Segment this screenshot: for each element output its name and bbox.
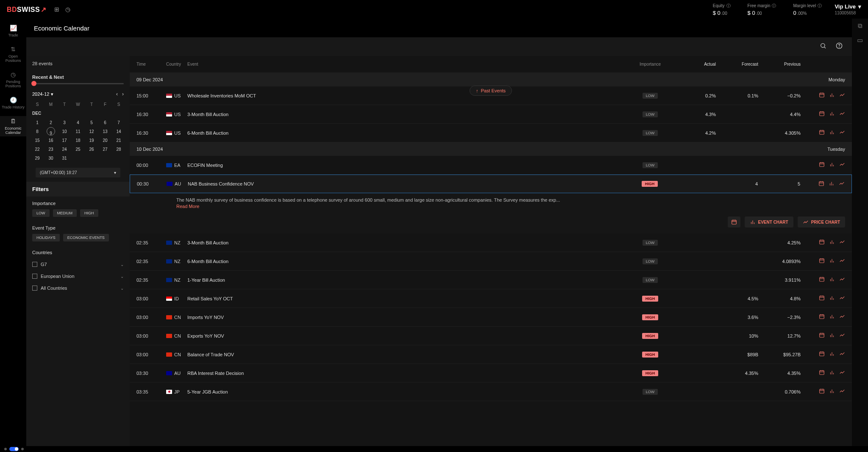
- price-chart-button[interactable]: PRICE CHART: [798, 216, 845, 227]
- row-calendar-icon[interactable]: [819, 111, 825, 118]
- nav-trade[interactable]: 📈Trade: [0, 23, 26, 39]
- add-to-calendar-button[interactable]: [728, 216, 740, 227]
- event-chart-button[interactable]: EVENT CHART: [745, 216, 793, 227]
- row-price-chart-icon[interactable]: [839, 295, 845, 302]
- row-event-chart-icon[interactable]: [829, 92, 835, 99]
- calendar-day[interactable]: 30: [44, 154, 58, 163]
- checkbox[interactable]: [32, 274, 37, 279]
- row-price-chart-icon[interactable]: [839, 313, 845, 321]
- nav-trade-history[interactable]: 🕘Trade History: [0, 95, 26, 111]
- event-row[interactable]: 02:35NZ6-Month Bill AuctionLOW4.0893%: [130, 252, 852, 271]
- calendar-day[interactable]: 18: [71, 136, 85, 145]
- row-event-chart-icon[interactable]: [829, 351, 835, 358]
- row-calendar-icon[interactable]: [819, 129, 825, 136]
- calendar-day[interactable]: 25: [71, 145, 85, 154]
- event-row[interactable]: 03:00CNBalance of Trade NOVHIGH$89B$95.2…: [130, 345, 852, 364]
- row-price-chart-icon[interactable]: [839, 161, 845, 169]
- nav-open-positions[interactable]: ⇅Open Positions: [0, 44, 26, 64]
- importance-chip[interactable]: MEDIUM: [53, 209, 77, 217]
- row-price-chart-icon[interactable]: [839, 92, 845, 99]
- checkbox[interactable]: [32, 286, 37, 291]
- event-row[interactable]: 03:35JP5-Year JGB AuctionLOW0.706%: [130, 383, 852, 401]
- row-event-chart-icon[interactable]: [829, 295, 835, 302]
- row-price-chart-icon[interactable]: [839, 111, 845, 118]
- row-event-chart-icon[interactable]: [829, 313, 835, 321]
- nav-economic-calendar[interactable]: 🗓Economic Calendar: [0, 116, 26, 136]
- row-calendar-icon[interactable]: [819, 92, 825, 99]
- row-price-chart-icon[interactable]: [839, 369, 845, 377]
- importance-chip[interactable]: LOW: [32, 209, 50, 217]
- row-calendar-icon[interactable]: [819, 239, 825, 246]
- row-price-chart-icon[interactable]: [839, 388, 845, 395]
- event-type-chip[interactable]: HOLIDAYS: [32, 234, 60, 241]
- row-calendar-icon[interactable]: [819, 295, 825, 302]
- brand-logo[interactable]: BDSWISS↗: [7, 6, 47, 14]
- help-icon[interactable]: ⓘ: [726, 3, 731, 9]
- event-type-chip[interactable]: ECONOMIC EVENTS: [63, 234, 109, 241]
- row-price-chart-icon[interactable]: [839, 180, 845, 188]
- calendar-day[interactable]: 19: [85, 136, 98, 145]
- calendar-day[interactable]: 23: [44, 145, 58, 154]
- country-filter-row[interactable]: European Union⌄: [32, 270, 124, 282]
- row-calendar-icon[interactable]: [819, 276, 825, 283]
- help-icon[interactable]: ⓘ: [818, 3, 822, 9]
- row-calendar-icon[interactable]: [819, 369, 825, 377]
- row-price-chart-icon[interactable]: [839, 129, 845, 136]
- country-filter-row[interactable]: All Countries⌄: [32, 282, 124, 294]
- country-filter-row[interactable]: G7⌄: [32, 258, 124, 270]
- event-row[interactable]: 03:00CNImports YoY NOVHIGH3.6%−2.3%: [130, 308, 852, 327]
- calendar-day[interactable]: 8: [31, 127, 44, 136]
- read-more-link[interactable]: Read More: [176, 204, 845, 209]
- row-price-chart-icon[interactable]: [839, 276, 845, 283]
- row-event-chart-icon[interactable]: [829, 332, 835, 339]
- importance-chip[interactable]: HIGH: [80, 209, 98, 217]
- checkbox[interactable]: [32, 262, 37, 267]
- calendar-day[interactable]: 13: [98, 127, 112, 136]
- calendar-day[interactable]: 31: [58, 154, 71, 163]
- calendar-day[interactable]: 28: [112, 145, 125, 154]
- row-calendar-icon[interactable]: [819, 388, 825, 395]
- calendar-day[interactable]: 21: [112, 136, 125, 145]
- row-event-chart-icon[interactable]: [829, 369, 835, 377]
- calendar-day[interactable]: 16: [44, 136, 58, 145]
- calendar-day[interactable]: 5: [85, 118, 98, 127]
- row-event-chart-icon[interactable]: [829, 161, 835, 169]
- row-price-chart-icon[interactable]: [839, 239, 845, 246]
- event-row[interactable]: 16:30US3-Month Bill AuctionLOW4.3%4.4%: [130, 105, 852, 124]
- calendar-prev[interactable]: ‹: [116, 91, 118, 97]
- row-event-chart-icon[interactable]: [829, 180, 835, 188]
- row-calendar-icon[interactable]: [819, 351, 825, 358]
- apps-icon[interactable]: ⊞: [54, 6, 59, 13]
- row-event-chart-icon[interactable]: [829, 239, 835, 246]
- event-row[interactable]: 03:00CNExports YoY NOVHIGH10%12.7%: [130, 327, 852, 345]
- row-price-chart-icon[interactable]: [839, 258, 845, 265]
- calendar-day[interactable]: 11: [71, 127, 85, 136]
- calendar-day[interactable]: 9: [47, 127, 55, 136]
- event-row[interactable]: 16:30US6-Month Bill AuctionLOW4.2%4.305%: [130, 124, 852, 142]
- event-row[interactable]: 00:30AUNAB Business Confidence NOVHIGH45: [130, 175, 852, 193]
- row-event-chart-icon[interactable]: [829, 129, 835, 136]
- row-price-chart-icon[interactable]: [839, 351, 845, 358]
- footer-toggle[interactable]: [9, 447, 19, 451]
- past-events-button[interactable]: ↑Past Events: [470, 86, 512, 96]
- calendar-day[interactable]: 15: [31, 136, 44, 145]
- search-icon[interactable]: [820, 42, 826, 51]
- event-row[interactable]: 02:35NZ3-Month Bill AuctionLOW4.25%: [130, 233, 852, 252]
- calendar-day[interactable]: 12: [85, 127, 98, 136]
- calendar-day[interactable]: 20: [98, 136, 112, 145]
- calendar-day[interactable]: 2: [44, 118, 58, 127]
- nav-pending-positions[interactable]: ◷Pending Positions: [0, 69, 26, 90]
- row-calendar-icon[interactable]: [818, 180, 824, 188]
- calendar-day[interactable]: 26: [85, 145, 98, 154]
- calendar-day[interactable]: 6: [98, 118, 112, 127]
- row-event-chart-icon[interactable]: [829, 388, 835, 395]
- calendar-day[interactable]: 3: [58, 118, 71, 127]
- globe-icon[interactable]: ◷: [65, 6, 70, 13]
- calendar-day[interactable]: 14: [112, 127, 125, 136]
- event-row[interactable]: 02:35NZ1-Year Bill AuctionLOW3.911%: [130, 271, 852, 289]
- row-calendar-icon[interactable]: [819, 313, 825, 321]
- calendar-day[interactable]: 1: [31, 118, 44, 127]
- calendar-next[interactable]: ›: [122, 91, 124, 97]
- row-price-chart-icon[interactable]: [839, 332, 845, 339]
- event-row[interactable]: 00:00EAECOFIN MeetingLOW: [130, 156, 852, 175]
